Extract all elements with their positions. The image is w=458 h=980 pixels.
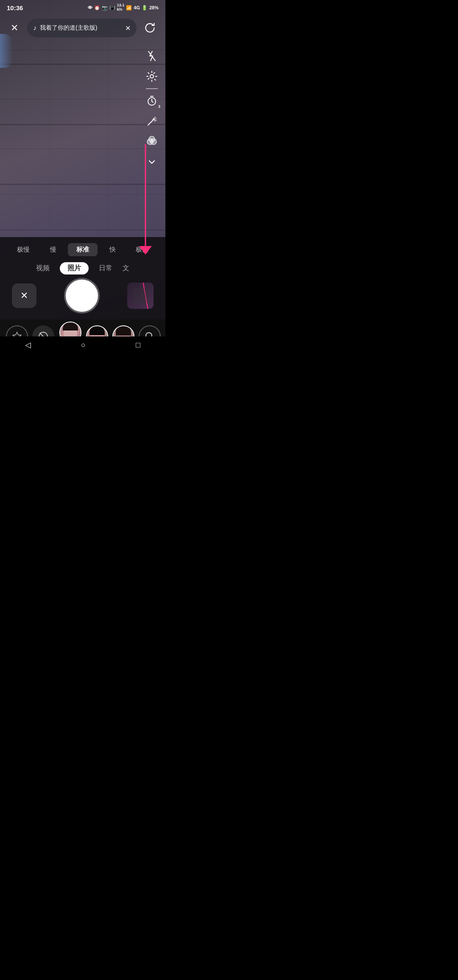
svg-point-2 [150, 75, 154, 78]
flash-off-button[interactable] [142, 47, 161, 65]
refresh-button[interactable] [141, 19, 159, 37]
alarm-icon: ⏰ [94, 5, 100, 11]
top-bar: ✕ ♪ 我着了你的道(主歌版) ✕ [0, 15, 165, 41]
speed-item-jiman[interactable]: 极慢 [8, 243, 38, 256]
status-icons: 👁 ⏰ 📷 📳 13.1k/s 📶 4G 🔋 28% [88, 3, 159, 12]
status-time: 10:36 [7, 4, 23, 11]
timer-button[interactable]: 3 [142, 92, 161, 110]
signal-icon: 4G [134, 5, 140, 10]
recent-button[interactable]: □ [127, 337, 149, 353]
top-close-button[interactable]: ✕ [6, 20, 23, 36]
music-note-icon: ♪ [33, 24, 36, 32]
battery-icon: 🔋 [142, 5, 148, 11]
back-button[interactable]: ◁ [17, 337, 39, 353]
magic-wand-button[interactable] [142, 112, 161, 131]
eye-icon: 👁 [88, 5, 92, 10]
mode-daily[interactable]: 日常 [99, 264, 112, 273]
gallery-thumbnail[interactable] [127, 283, 154, 309]
camera-icon: 📷 [102, 5, 108, 11]
status-bar: 10:36 👁 ⏰ 📷 📳 13.1k/s 📶 4G 🔋 28% [0, 0, 165, 15]
speed-item-man[interactable]: 慢 [38, 243, 68, 256]
speed-text: 13.1k/s [117, 3, 125, 12]
timer-badge: 3 [158, 104, 160, 109]
mode-tabs: 视频 照片 日常 文 [0, 260, 165, 280]
mode-video[interactable]: 视频 [36, 264, 50, 273]
thumb-placeholder [133, 288, 148, 303]
music-close-button[interactable]: ✕ [125, 24, 131, 32]
shutter-button[interactable] [66, 280, 98, 312]
system-nav: ◁ ○ □ [0, 336, 165, 353]
music-pill[interactable]: ♪ 我着了你的道(主歌版) ✕ [27, 19, 137, 37]
settings-button[interactable] [142, 67, 161, 86]
wifi-icon: 📶 [126, 5, 132, 11]
speed-item-biaozhun[interactable]: 标准 [68, 243, 98, 256]
svg-rect-7 [133, 288, 148, 303]
mode-photo[interactable]: 照片 [60, 262, 89, 274]
cancel-button[interactable]: ✕ [12, 283, 36, 308]
battery-text: 28% [149, 5, 159, 10]
mode-text[interactable]: 文 [123, 264, 129, 273]
music-title: 我着了你的道(主歌版) [40, 24, 122, 32]
pink-arrow [139, 144, 152, 255]
svg-marker-1 [139, 246, 152, 255]
camera-controls: ✕ [0, 280, 165, 316]
speed-item-kuai[interactable]: 快 [98, 243, 127, 256]
vibrate-icon: 📳 [109, 5, 115, 11]
sidebar-divider [146, 88, 158, 89]
svg-point-6 [149, 136, 155, 142]
home-button[interactable]: ○ [73, 337, 94, 353]
